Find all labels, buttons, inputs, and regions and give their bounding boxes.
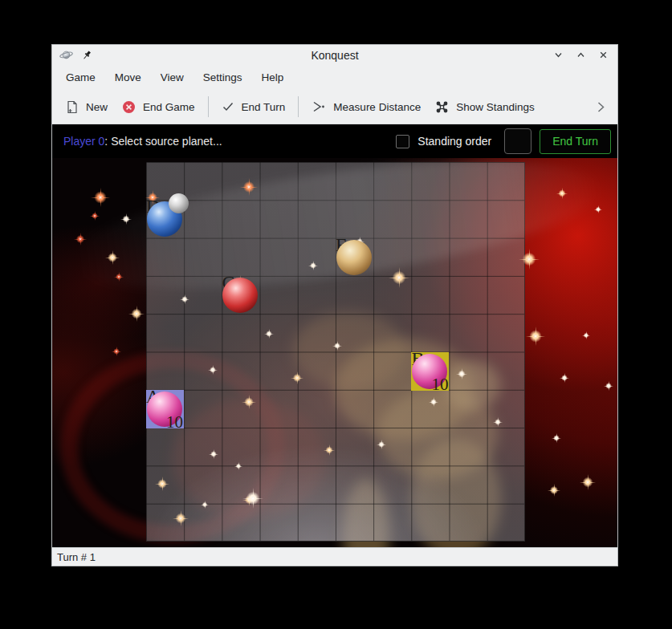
game-header: Player 0: Select source planet... Standi… bbox=[52, 124, 617, 158]
status-bar: Turn # 1 bbox=[52, 547, 617, 566]
close-button[interactable] bbox=[597, 49, 609, 62]
toolbar-separator bbox=[298, 96, 299, 117]
menu-bar: Game Move View Settings Help bbox=[52, 65, 617, 90]
star-sparkle bbox=[128, 306, 145, 322]
planet-D[interactable]: D bbox=[146, 200, 184, 238]
konquest-window: Konquest Game Move View Settings Help bbox=[51, 44, 618, 566]
star-sparkle bbox=[548, 484, 560, 497]
player-name: Player 0 bbox=[63, 135, 104, 148]
end-game-icon bbox=[122, 100, 136, 114]
star-sparkle bbox=[604, 381, 613, 391]
grid-lines bbox=[146, 162, 524, 541]
window-title: Konquest bbox=[52, 49, 617, 62]
planet-letter: C bbox=[222, 273, 234, 292]
planet-letter: E bbox=[336, 235, 348, 254]
menu-settings[interactable]: Settings bbox=[194, 68, 251, 87]
toolbar-separator bbox=[208, 96, 209, 117]
minimize-button[interactable] bbox=[552, 49, 564, 62]
new-document-icon bbox=[66, 100, 79, 114]
star-sparkle bbox=[74, 233, 87, 246]
planet-letter: B bbox=[411, 349, 424, 368]
galaxy-map[interactable]: DECB10A10 bbox=[52, 158, 617, 547]
menu-game[interactable]: Game bbox=[57, 68, 104, 87]
measure-distance-icon bbox=[312, 100, 326, 113]
new-game-label: New bbox=[86, 101, 108, 113]
planet-sphere bbox=[147, 201, 182, 237]
planet-sphere bbox=[147, 392, 182, 427]
planet-letter: A bbox=[146, 387, 160, 406]
standing-order-label: Standing order bbox=[417, 135, 491, 148]
chevron-right-icon bbox=[596, 101, 606, 113]
star-sparkle bbox=[90, 211, 100, 221]
end-game-label: End Game bbox=[143, 101, 195, 113]
planet-C[interactable]: C bbox=[222, 276, 259, 314]
star-sparkle bbox=[552, 433, 561, 443]
sector-grid[interactable] bbox=[146, 162, 525, 542]
menu-view[interactable]: View bbox=[152, 68, 193, 87]
app-saturn-icon bbox=[59, 48, 73, 62]
end-turn-toolbar-label: End Turn bbox=[242, 101, 286, 113]
checkmark-icon bbox=[222, 100, 234, 113]
ships-count-input[interactable] bbox=[504, 128, 531, 154]
end-turn-toolbar-button[interactable]: End Turn bbox=[214, 95, 293, 118]
star-sparkle bbox=[120, 213, 132, 225]
measure-distance-label: Measure Distance bbox=[333, 101, 421, 113]
planet-B[interactable]: B10 bbox=[411, 352, 449, 391]
star-sparkle bbox=[594, 205, 602, 213]
star-sparkle bbox=[114, 272, 124, 282]
planet-sphere bbox=[336, 240, 372, 275]
star-sparkle bbox=[526, 327, 545, 346]
standings-icon bbox=[435, 100, 449, 114]
planet-ships-count: 10 bbox=[166, 414, 183, 431]
star-sparkle bbox=[560, 373, 569, 383]
standing-order-checkbox[interactable] bbox=[396, 135, 409, 148]
planet-E[interactable]: E bbox=[336, 238, 373, 277]
status-message-text: : Select source planet... bbox=[104, 135, 222, 148]
toolbar: New End Game End Turn bbox=[52, 90, 617, 124]
turn-counter: Turn # 1 bbox=[57, 551, 96, 563]
game-status-message: Player 0: Select source planet... bbox=[63, 135, 222, 148]
pin-icon[interactable] bbox=[81, 50, 92, 61]
planet-sphere bbox=[412, 354, 447, 389]
planet-A[interactable]: A10 bbox=[146, 390, 184, 428]
star-sparkle bbox=[112, 347, 121, 356]
menu-move[interactable]: Move bbox=[106, 68, 150, 87]
menu-help[interactable]: Help bbox=[253, 68, 293, 87]
title-bar[interactable]: Konquest bbox=[52, 45, 617, 65]
star-sparkle bbox=[105, 250, 120, 265]
star-sparkle bbox=[582, 331, 590, 339]
star-sparkle bbox=[580, 474, 596, 490]
planet-ships-count: 10 bbox=[431, 376, 448, 393]
end-game-button[interactable]: End Game bbox=[115, 95, 202, 119]
planet-letter: D bbox=[146, 197, 160, 216]
measure-distance-button[interactable]: Measure Distance bbox=[304, 95, 428, 118]
star-sparkle bbox=[91, 188, 110, 207]
maximize-button[interactable] bbox=[574, 49, 587, 62]
toolbar-overflow-button[interactable] bbox=[591, 98, 611, 116]
show-standings-label: Show Standings bbox=[456, 101, 535, 113]
star-sparkle bbox=[556, 188, 568, 199]
planet-sphere bbox=[222, 278, 258, 313]
end-turn-button[interactable]: End Turn bbox=[540, 129, 611, 154]
show-standings-button[interactable]: Show Standings bbox=[428, 95, 542, 119]
new-game-button[interactable]: New bbox=[59, 95, 115, 119]
